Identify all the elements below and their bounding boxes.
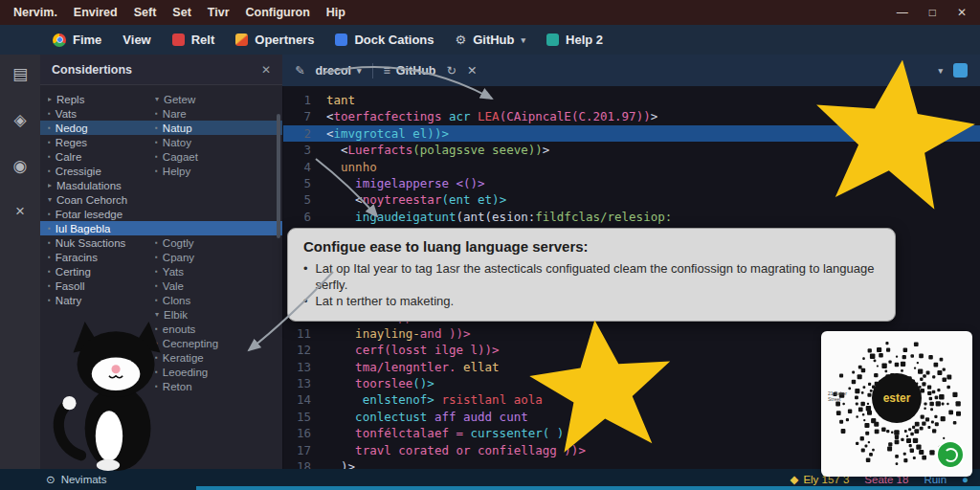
code-text: imigelapperse <()> (326, 175, 485, 191)
code-line[interactable]: 1tant (282, 92, 980, 108)
tree-row[interactable]: ▪Calre▪Cagaet (40, 149, 282, 164)
tree-arrow-icon: ▪ (155, 109, 158, 118)
tree-arrow-icon: ▾ (48, 195, 52, 204)
status-left[interactable]: ⊙ Nevimats (46, 473, 107, 486)
menubar-item-label: Fime (73, 33, 101, 47)
tree-item-left: ▪Fasoll (48, 280, 155, 292)
line-number: 3 (282, 142, 311, 158)
sidebar-scrollbar[interactable] (277, 114, 280, 238)
tree-item-left: ▪Cressigie (48, 166, 155, 177)
tree-item-left: ▸Repls (48, 94, 155, 105)
menubar-item[interactable]: ⚙GitHub▾ (445, 25, 537, 55)
tree-row[interactable]: ▪Iul Bagebla (40, 221, 282, 235)
line-number: 13 (282, 359, 311, 375)
github-circle-icon[interactable]: ◉ (13, 156, 28, 176)
tree-item-left: ▪Nuk Ssactions (48, 237, 155, 249)
sidebar-close-icon[interactable]: ✕ (261, 63, 271, 77)
close-button[interactable]: ✕ (957, 6, 967, 19)
menubar-item[interactable]: View (112, 25, 161, 55)
tree-row[interactable]: ▪Reges▪Natoy (40, 135, 282, 149)
line-number: 5 (282, 175, 311, 191)
titlebar-menu-item[interactable]: Seft (134, 6, 157, 19)
menubar-item[interactable]: Opertners (225, 25, 324, 55)
tooltip-popup: Configue ease to luang language servers:… (287, 228, 896, 322)
code-text: tma/lengntler. ellat (326, 359, 500, 375)
tree-row[interactable]: ▪Certing▪Yats (40, 264, 282, 278)
code-line[interactable]: 5 <noytreestar(ent et)> (282, 191, 980, 208)
breadcrumb[interactable]: drecol ▾ (315, 64, 361, 78)
edit-icon[interactable]: ✎ (295, 63, 304, 78)
tree-arrow-icon: ▪ (155, 296, 158, 304)
tree-item-left: ▪Fotar lesedge (48, 209, 155, 220)
titlebar-menu-item[interactable]: Envired (74, 6, 118, 19)
tree-arrow-icon: ▪ (48, 281, 51, 290)
tree-row[interactable]: ▸Repls▾Getew (40, 92, 282, 106)
menubar-item[interactable]: Fime (42, 25, 112, 55)
menubar-item[interactable]: Help 2 (536, 25, 613, 55)
close-tools-icon[interactable]: × (15, 202, 25, 221)
panel-toggle-icon[interactable] (953, 63, 968, 78)
maximize-button[interactable]: □ (929, 6, 936, 19)
tree-arrow-icon: ▪ (155, 138, 158, 146)
tree-item-left: ▪Iul Bagebla (48, 223, 155, 234)
tree-arrow-icon: ▪ (48, 238, 51, 247)
tree-item-left: ▸Masdulations (48, 180, 155, 191)
status-accent-strip (196, 486, 980, 490)
tree-item-right: ▪Cpany (155, 252, 275, 263)
tree-item-left: ▪Certing (48, 266, 155, 278)
code-text: tonfélctalaef = curssenter( ) (326, 425, 564, 441)
tree-row[interactable]: ▪Faracins▪Cpany (40, 250, 282, 264)
titlebar-menu-item[interactable]: Nervim. (13, 6, 57, 19)
notebook-icon[interactable]: ▤ (12, 64, 28, 84)
tree-item-right: ▪Vale (155, 280, 275, 292)
tree-arrow-icon: ▪ (155, 253, 158, 261)
title-bar: Nervim.EnviredSeftSetTivrConfiguronHip —… (0, 0, 980, 25)
titlebar-menu-item[interactable]: Tivr (208, 6, 230, 19)
titlebar-menu-item[interactable]: Configuron (246, 6, 310, 19)
code-text: conlectust aff audd cunt (326, 409, 528, 425)
tree-item-left: ▾Coan Cehorch (48, 194, 155, 206)
tree-item-left: ▪Nedog (48, 122, 155, 134)
breadcrumb-label: drecol (315, 64, 351, 78)
qr-side-label: 21 Baker Street (828, 390, 853, 402)
minimize-button[interactable]: — (897, 6, 908, 19)
tree-arrow-icon: ▪ (48, 167, 51, 175)
menubar-item[interactable]: Dock Cations (324, 25, 444, 55)
menubar-item-label: Dock Cations (354, 33, 434, 47)
tree-row[interactable]: ▪Fotar lesedge (40, 207, 282, 221)
titlebar-menu-item[interactable]: Set (172, 6, 190, 19)
info-icon: ⊙ (46, 473, 56, 486)
tree-arrow-icon: ▪ (48, 138, 51, 146)
menubar-items: FimeViewReltOpertnersDock Cations⚙GitHub… (42, 25, 613, 55)
tree-row[interactable]: ▪Nuk Ssactions▪Cogtly (40, 235, 282, 250)
list-icon: ≡ (384, 64, 390, 78)
sidebar-title: Considertions (52, 63, 132, 77)
code-text: enlstenof> rsistlanl aola (326, 391, 543, 408)
line-number: 16 (282, 425, 311, 441)
menu-bar: FimeViewReltOpertnersDock Cations⚙GitHub… (0, 25, 980, 55)
tree-arrow-icon: ▪ (48, 267, 51, 276)
code-text: )> (326, 458, 355, 469)
titlebar-menu-item[interactable]: Hip (326, 6, 345, 19)
line-number: 1 (282, 92, 311, 108)
tree-arrow-icon: ▪ (48, 253, 51, 261)
tree-row[interactable]: ▪Natry▪Clons (40, 293, 282, 307)
tools-icon[interactable]: ◈ (13, 110, 26, 130)
chevron-down-icon[interactable]: ▾ (938, 66, 943, 76)
tree-row[interactable]: ▾Coan Cehorch (40, 192, 282, 207)
tree-item-right: ▪Cogtly (155, 237, 275, 249)
github-button[interactable]: ≡ GitHub (384, 64, 436, 78)
tree-row[interactable]: ▪Nedog▪Natup (40, 121, 282, 135)
code-line[interactable]: 5 imigelapperse <()> (282, 175, 980, 191)
code-text: <imvgrotcal el))> (326, 125, 449, 142)
tree-row[interactable]: ▪Fasoll▪Vale (40, 278, 282, 293)
refresh-icon[interactable]: ↻ (447, 63, 457, 78)
tree-item-right: ▪Clons (155, 295, 275, 306)
tree-row[interactable]: ▸Masdulations (40, 178, 282, 192)
code-line[interactable]: 6 ingaudeigatunt(ant(esion:fildfclas/rel… (282, 209, 980, 225)
menubar-item[interactable]: Relt (162, 25, 226, 55)
tree-row[interactable]: ▪Vats▪Nare (40, 106, 282, 121)
line-number: 12 (282, 342, 311, 358)
tree-row[interactable]: ▪Cressigie▪Helpy (40, 164, 282, 178)
close-editor-icon[interactable]: ✕ (467, 63, 477, 78)
